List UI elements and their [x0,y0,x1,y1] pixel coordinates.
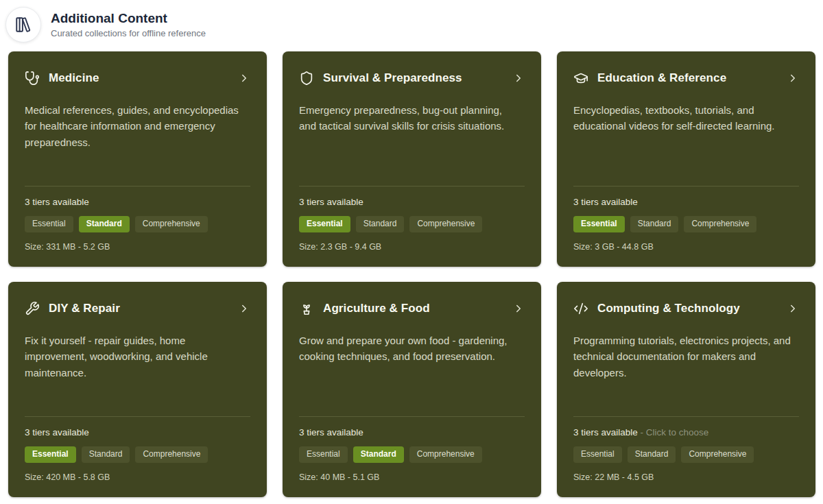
chevron-right-icon[interactable] [512,302,525,315]
tier-badge[interactable]: Comprehensive [409,446,482,463]
tiers-available-text: 3 tiers available [25,197,250,207]
size-range-text: Size: 3 GB - 44.8 GB [573,242,799,252]
tier-badge[interactable]: Standard [628,446,676,463]
tier-badge[interactable]: Comprehensive [681,446,754,463]
chevron-right-icon[interactable] [512,72,525,84]
card-description: Encyclopedias, textbooks, tutorials, and… [573,102,799,134]
card-description: Medical references, guides, and encyclop… [25,102,250,150]
tiers-available-text: 3 tiers available [573,197,799,207]
shield-icon [299,71,314,86]
tier-badges: Essential Standard Comprehensive [25,446,250,463]
tiers-available-text: 3 tiers available - Click to choose [573,427,799,437]
tier-badge[interactable]: Comprehensive [409,216,482,232]
tier-badge[interactable]: Standard [356,216,405,232]
tier-badge[interactable]: Essential [25,446,76,463]
tier-badges: Essential Standard Comprehensive [25,216,250,232]
tier-badges: Essential Standard Comprehensive [573,216,799,232]
tier-badge[interactable]: Standard [82,446,130,463]
tier-badges: Essential Standard Comprehensive [573,446,799,463]
chevron-right-icon[interactable] [787,72,799,84]
card-education-reference[interactable]: Education & Reference Encyclopedias, tex… [557,51,815,267]
card-description: Programming tutorials, electronics proje… [573,333,799,381]
card-title: DIY & Repair [49,302,229,315]
tier-badge[interactable]: Essential [25,216,73,232]
chevron-right-icon[interactable] [787,302,799,315]
tiers-available-text: 3 tiers available [299,197,525,207]
tier-badge[interactable]: Essential [573,216,625,232]
chevron-right-icon[interactable] [238,302,250,315]
tier-badge[interactable]: Comprehensive [135,216,208,232]
content-card-grid: Medicine Medical references, guides, and… [8,51,815,497]
tier-badge[interactable]: Standard [79,216,130,232]
tier-badge[interactable]: Essential [299,446,348,463]
card-description: Grow and prepare your own food - gardeni… [299,333,525,365]
tier-badges: Essential Standard Comprehensive [299,216,525,232]
card-description: Fix it yourself - repair guides, home im… [25,333,250,381]
graduation-cap-icon [573,71,588,86]
card-title: Medicine [49,71,229,85]
page-header: Additional Content Curated collections f… [5,7,206,43]
tier-badge[interactable]: Comprehensive [135,446,208,463]
card-diy-repair[interactable]: DIY & Repair Fix it yourself - repair gu… [8,282,267,497]
card-title: Survival & Preparedness [323,71,503,85]
page-title: Additional Content [51,11,206,27]
card-computing-technology[interactable]: Computing & Technology Programming tutor… [557,282,815,497]
click-to-choose-hint[interactable]: - Click to choose [641,427,709,437]
card-description: Emergency preparedness, bug-out planning… [299,102,525,134]
size-range-text: Size: 40 MB - 5.1 GB [299,472,525,482]
card-agriculture-food[interactable]: Agriculture & Food Grow and prepare your… [283,282,541,497]
sprout-icon [299,301,314,316]
size-range-text: Size: 331 MB - 5.2 GB [25,242,250,252]
wrench-icon [25,301,40,316]
card-title: Computing & Technology [597,302,778,315]
size-range-text: Size: 420 MB - 5.8 GB [25,472,250,482]
tier-badge[interactable]: Essential [299,216,350,232]
chevron-right-icon[interactable] [238,72,250,84]
tier-badge[interactable]: Essential [573,446,622,463]
card-medicine[interactable]: Medicine Medical references, guides, and… [8,51,267,267]
code-icon [573,301,588,316]
card-survival-preparedness[interactable]: Survival & Preparedness Emergency prepar… [283,51,541,267]
library-books-icon [5,7,41,43]
stethoscope-icon [25,71,40,86]
tier-badge[interactable]: Standard [353,446,404,463]
tier-badge[interactable]: Standard [630,216,679,232]
page-subtitle: Curated collections for offline referenc… [51,28,206,38]
tiers-available-text: 3 tiers available [25,427,250,437]
tier-badges: Essential Standard Comprehensive [299,446,525,463]
tier-badge[interactable]: Comprehensive [684,216,756,232]
card-title: Agriculture & Food [323,302,503,315]
card-title: Education & Reference [597,71,778,85]
tiers-available-text: 3 tiers available [299,427,525,437]
size-range-text: Size: 22 MB - 4.5 GB [573,472,799,482]
size-range-text: Size: 2.3 GB - 9.4 GB [299,242,525,252]
